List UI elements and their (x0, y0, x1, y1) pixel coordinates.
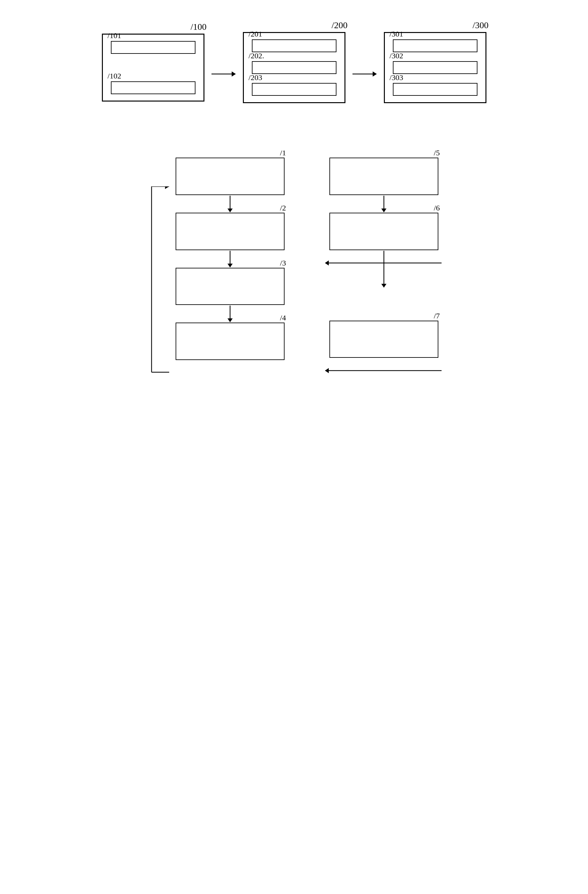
fig2-diagram: /1 /2 (144, 158, 445, 384)
unit-ref-201: /201 (249, 30, 262, 38)
arrow-100-200 (211, 68, 236, 80)
svg-marker-21 (325, 368, 329, 373)
fig1-container: /100 /101 /102 (26, 32, 562, 119)
system-100: /100 /101 /102 (102, 34, 204, 101)
unit-ref-303: /303 (390, 73, 404, 82)
sys-ref-200: /200 (332, 20, 348, 30)
unit-301 (393, 39, 478, 52)
sys-ref-300: /300 (473, 20, 489, 30)
svg-marker-17 (381, 284, 387, 288)
unit-202 (252, 61, 337, 74)
unit-201 (252, 39, 337, 52)
fig2-unit-4 (175, 323, 284, 360)
fig2-right-column: /5 /6 (323, 158, 445, 384)
svg-marker-3 (373, 71, 377, 77)
arrow-1-2 (175, 195, 284, 213)
system-200: /200 /201 /202. /203 (243, 32, 345, 103)
sys-ref-100: /100 (190, 22, 207, 32)
unit-302 (393, 61, 478, 74)
svg-marker-9 (228, 208, 233, 212)
fig2-ref-7: /7 (434, 312, 440, 320)
svg-marker-19 (325, 260, 329, 266)
arrow-200-300 (352, 68, 378, 80)
unit-ref-101: /101 (108, 32, 121, 40)
fig2-ref-5: /5 (434, 149, 440, 157)
fig2-left-column: /1 /2 (169, 158, 284, 360)
unit-ref-302: /302 (390, 51, 404, 60)
fig1-diagram: /100 /101 /102 (102, 32, 487, 103)
fig2-unit-5 (330, 158, 438, 195)
fig2-ref-4: /4 (280, 314, 286, 322)
arrow-3-4 (175, 305, 284, 323)
unit-ref-301: /301 (390, 30, 404, 38)
fig2-ref-1: /1 (280, 149, 286, 157)
fig2-unit-2 (175, 213, 284, 250)
unit-ref-102: /102 (108, 72, 121, 80)
unit-102 (111, 82, 195, 94)
fig2-unit-1 (175, 158, 284, 195)
fig2-container: /1 /2 (26, 158, 562, 403)
unit-ref-202: /202. (249, 51, 265, 60)
unit-ref-203: /203 (249, 73, 262, 82)
fig2-ref-3: /3 (280, 259, 286, 267)
fig2-ref-2: /2 (280, 204, 286, 212)
fig2-ref-6: /6 (434, 204, 440, 212)
svg-marker-15 (381, 208, 387, 212)
fig2-unit-7 (330, 321, 438, 358)
unit-303 (393, 83, 478, 96)
arrow-2-3 (175, 250, 284, 268)
arrow-5-6 (378, 195, 390, 213)
svg-marker-11 (228, 264, 233, 267)
fig2-unit-6 (330, 213, 438, 250)
unit-101 (111, 41, 195, 54)
svg-marker-13 (228, 319, 233, 322)
system-300: /300 /301 /302 /303 (384, 32, 487, 103)
unit-203 (252, 83, 337, 96)
svg-marker-1 (232, 71, 236, 77)
fig2-unit-3 (175, 268, 284, 305)
